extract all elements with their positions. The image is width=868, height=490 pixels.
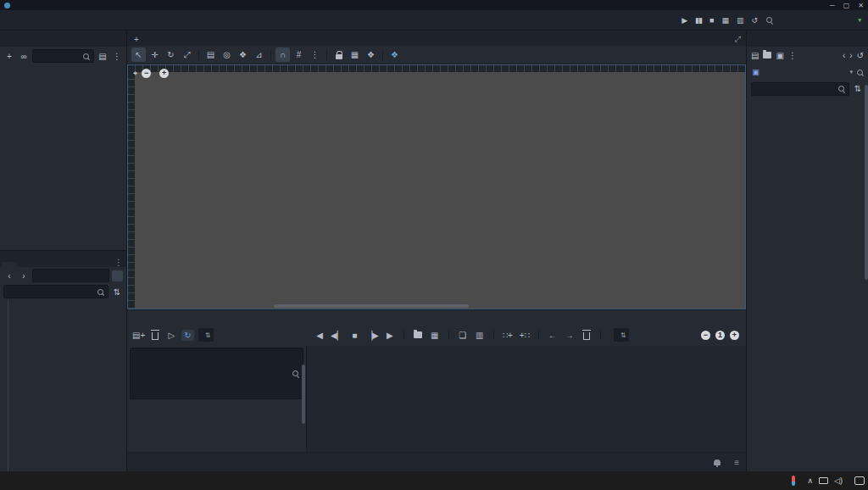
search-icon	[837, 85, 845, 92]
filesystem-menu-button[interactable]: ⋮	[111, 258, 126, 267]
stop-button[interactable]: ■	[709, 16, 714, 25]
move-frame-right-button[interactable]: →	[564, 329, 576, 342]
distraction-free-button[interactable]: ⤢	[730, 33, 746, 46]
animation-list-scrollbar[interactable]	[302, 365, 305, 424]
delete-animation-button[interactable]	[149, 329, 161, 342]
copy-frame-button[interactable]: ❏	[457, 329, 469, 342]
frames-zoom-reset-button[interactable]: 1	[715, 331, 725, 340]
pause-button[interactable]: ▮▮	[695, 16, 702, 25]
play-backwards-end-button[interactable]: ◀▏	[331, 329, 343, 342]
viewport-2d[interactable]: ⌖ − +	[127, 64, 746, 309]
fs-back-button[interactable]: ‹	[3, 270, 15, 282]
add-frames-file-button[interactable]	[412, 329, 424, 342]
rotate-tool-button[interactable]: ↻	[164, 47, 178, 62]
renderer-select[interactable]: ▾	[855, 17, 861, 24]
scale-tool-button[interactable]: ⤢	[180, 47, 194, 62]
hidden-icons-chevron[interactable]: ∧	[807, 476, 813, 485]
chevron-down-icon[interactable]: ▾	[849, 69, 853, 75]
new-scene-tab-button[interactable]: +	[129, 33, 144, 46]
viewport-h-scrollbar[interactable]	[274, 304, 469, 308]
add-frames-sheet-button[interactable]: ▦	[429, 329, 441, 342]
pan-tool-button[interactable]: ❖	[236, 47, 250, 62]
move-frame-left-button[interactable]: ←	[547, 329, 559, 342]
filter-animations-input[interactable]	[130, 348, 303, 399]
paste-frame-button[interactable]: ▥	[474, 329, 486, 342]
play-scene-button[interactable]: ▥	[737, 16, 744, 25]
history-back-button[interactable]: ‹	[843, 51, 845, 60]
scene-filter-input[interactable]	[32, 49, 94, 63]
filter-properties-input[interactable]	[751, 82, 849, 96]
frames-zoom-out-button[interactable]: −	[701, 331, 710, 340]
loop-button[interactable]: ↻	[181, 330, 193, 341]
load-resource-button[interactable]	[763, 51, 771, 60]
autoplay-button[interactable]: ▷	[165, 329, 177, 342]
add-animation-button[interactable]: ▤+	[132, 329, 145, 342]
lock-button[interactable]	[331, 47, 346, 62]
frames-zoom-in-button[interactable]: +	[730, 331, 739, 340]
canvas-area[interactable]	[135, 72, 745, 309]
maximize-button[interactable]: ▢	[843, 2, 850, 9]
expand-bottom-panel-icon[interactable]: ≡	[734, 458, 739, 467]
play-anim-button[interactable]: ▶	[384, 329, 396, 342]
move-tool-button[interactable]: ✛	[147, 47, 162, 62]
notification-center-icon[interactable]	[854, 476, 865, 485]
attach-script-button[interactable]: ▤	[97, 50, 108, 63]
notifications-bell-icon[interactable]	[714, 459, 721, 465]
duration-spinner-icon[interactable]: ⇅	[620, 331, 626, 339]
play-custom-scene-button[interactable]: ↺	[751, 16, 758, 25]
snap-options-button[interactable]: ⋮	[308, 47, 322, 62]
delete-frame-button[interactable]	[581, 329, 593, 342]
inspector-menu-button[interactable]: ⋮	[788, 51, 797, 60]
open-docs-icon[interactable]	[856, 69, 864, 76]
object-history-button[interactable]: ↺	[857, 51, 864, 60]
play-remote-debug-icon[interactable]	[765, 16, 773, 24]
vertical-ruler	[128, 72, 135, 309]
fs-sort-button[interactable]: ⇅	[111, 286, 123, 298]
fps-spinner-icon[interactable]: ⇅	[205, 331, 211, 339]
fps-field[interactable]: ⇅	[198, 328, 214, 342]
new-resource-button[interactable]: ▤	[751, 51, 759, 60]
play-start-button[interactable]: ▕▶	[365, 329, 378, 342]
fs-filter-input[interactable]	[3, 285, 108, 298]
grid-snap-button[interactable]: #	[292, 47, 306, 62]
close-button[interactable]: ✕	[858, 2, 864, 9]
menubar: ▶ ▮▮ ■ ▦ ▥ ↺ ▾	[0, 10, 868, 31]
center-view-icon[interactable]: ⌖	[133, 69, 137, 78]
ruler-tool-button[interactable]: ⊿	[252, 47, 266, 62]
save-resource-button[interactable]: ▣	[776, 51, 783, 60]
bottom-status-bar: ≡	[127, 452, 746, 471]
chevron-down-icon: ▾	[858, 17, 861, 24]
minimize-button[interactable]: ─	[830, 2, 835, 9]
network-icon[interactable]	[819, 477, 828, 484]
history-forward-button[interactable]: ›	[849, 51, 852, 60]
fs-split-mode-button[interactable]	[112, 270, 123, 281]
insert-before-button[interactable]: ∷+	[502, 329, 514, 342]
instance-scene-button[interactable]: ∞	[18, 50, 30, 63]
inspector-scrollbar[interactable]	[865, 85, 868, 280]
zoom-out-button[interactable]: −	[142, 69, 151, 78]
lock-icon	[336, 54, 342, 59]
scene-dock: + ∞ ▤ ⋮	[0, 31, 126, 251]
property-tools-button[interactable]: ⇅	[852, 82, 864, 95]
frame-duration-field[interactable]: ⇅	[614, 328, 630, 342]
select-tool-button[interactable]: ↖	[131, 47, 146, 62]
search-icon	[292, 370, 299, 377]
window-titlebar: ─ ▢ ✕	[0, 0, 868, 10]
stop-anim-button[interactable]: ■	[348, 329, 360, 342]
insert-after-button[interactable]: +∷	[519, 329, 531, 342]
skeleton-button[interactable]: ❖	[364, 47, 378, 62]
play-movie-button[interactable]: ▦	[721, 16, 729, 25]
play-backwards-button[interactable]: ◀	[314, 329, 326, 342]
scene-tree-menu-button[interactable]: ⋮	[111, 50, 123, 63]
fs-path-field[interactable]	[32, 269, 109, 282]
bone-options-button[interactable]: ❖	[387, 47, 402, 62]
pivot-tool-button[interactable]: ◎	[220, 47, 234, 62]
smart-snap-button[interactable]: ∩	[275, 47, 290, 62]
fs-forward-button[interactable]: ›	[18, 270, 30, 282]
play-button[interactable]: ▶	[682, 16, 687, 25]
volume-icon[interactable]: ◁)	[834, 476, 843, 485]
group-button[interactable]: ▦	[348, 47, 362, 62]
zoom-in-button[interactable]: +	[159, 69, 169, 78]
list-select-button[interactable]: ▤	[203, 47, 218, 62]
add-node-button[interactable]: +	[3, 50, 15, 63]
